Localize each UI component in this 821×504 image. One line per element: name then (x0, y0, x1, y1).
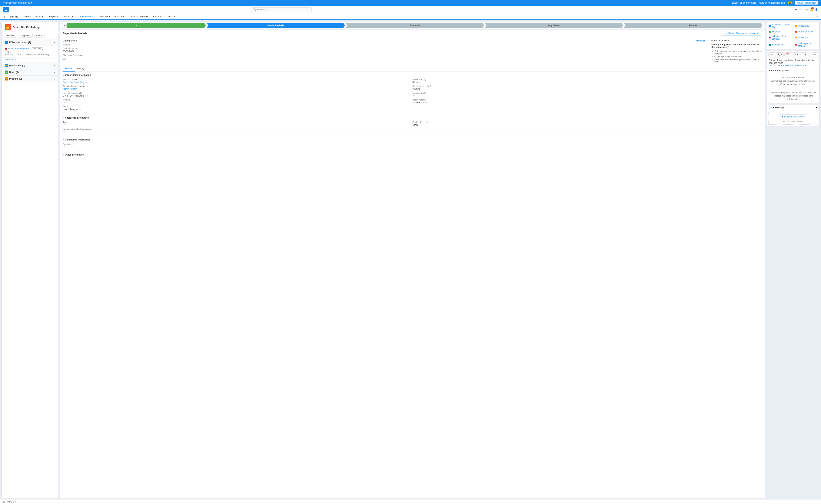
field-proprietaire: Propriétaire de l'opportunité Martin Dup… (63, 84, 413, 91)
stage-step-completed[interactable]: ✓ (67, 23, 206, 28)
field-type: Type ✏ (63, 120, 413, 127)
nav-previsions[interactable]: Prévisions (112, 14, 127, 20)
link-historique-etapes[interactable]: Historique des étapes ... (793, 41, 819, 48)
search-bar[interactable]: 🔍 (251, 7, 312, 12)
link-influence-campagne[interactable]: Influence de la campa... (767, 34, 793, 41)
activity-toolbar: ✉ ▾ 📞 ▾ 📅 ▾ ☑ ▾ ⋯ ▾ ⚙ (767, 51, 819, 58)
link-roles-contact[interactable]: Rôles du contact (1) (767, 22, 793, 29)
email-btn[interactable]: ✉ ▾ (768, 52, 775, 56)
nav-devis[interactable]: Devis ▾ (166, 14, 177, 20)
nav-edit-icon[interactable]: ✏ (816, 15, 818, 18)
link-fichiers[interactable]: Fichiers (0) (767, 41, 793, 48)
stage-step-fermee[interactable]: Fermée (624, 23, 762, 28)
roles-contact-section[interactable]: 👤 Rôles du contact (1) ▾ (2, 39, 58, 46)
nav-pistes[interactable]: Pistes ▾ (33, 14, 45, 20)
stage-step-proposal[interactable]: Proposal (345, 23, 484, 28)
edit-nom-opp-icon[interactable]: ✏ (87, 95, 88, 97)
afficher-link[interactable]: Afficher tout (795, 64, 807, 67)
proprietaire-link[interactable]: Martin Dupont (63, 88, 77, 90)
nav-accueil[interactable]: Accueil (21, 14, 33, 20)
contact-link[interactable]: David Adelson (Sam... (8, 47, 31, 50)
edit-probabilite-icon[interactable]: ✏ (419, 81, 421, 83)
account-header: 👑 Green Dot Publishing- (2, 21, 58, 32)
dot-yellow-icon (795, 37, 797, 38)
dot-blue-icon (769, 25, 771, 27)
link-produits[interactable]: Produits (0) (793, 22, 819, 29)
task-btn[interactable]: ☑ ▾ (793, 52, 800, 56)
edit-source-icon[interactable]: ✏ (64, 130, 65, 133)
link-devis[interactable]: Devis (0) (767, 29, 793, 34)
app-header: ☁ 🔍 ★ ＋ ? ⚙ 🔔10 👤 (0, 6, 821, 14)
help-icon[interactable]: ? (803, 8, 805, 11)
discovery-checkbox[interactable] (63, 57, 65, 60)
nav-tableaux[interactable]: Tableaux de bord ▾ (127, 14, 150, 20)
calendar-btn[interactable]: 📅 ▾ (784, 52, 792, 56)
edit-etape-icon[interactable]: ✏ (80, 108, 81, 110)
agrandir-link[interactable]: Agrandir tout (780, 64, 793, 67)
nav-comptes[interactable]: Comptes ▾ (45, 14, 61, 20)
tab-details[interactable]: Détails (63, 66, 75, 72)
mark-complete-button[interactable]: ✓ Marquer Étape comme terminé(e) (723, 31, 762, 35)
nav-calendrier[interactable]: Calendrier ▾ (96, 14, 112, 20)
cloner-button[interactable]: Cloner (34, 34, 45, 38)
left-panel: 👑 Green Dot Publishing- Modifier Supprim… (2, 21, 58, 498)
app-grid-icon[interactable]: ⋮⋮ (3, 15, 8, 18)
edit-type-icon[interactable]: ✏ (64, 124, 65, 126)
chevron-down-icon: ▾ (57, 16, 58, 18)
link-partenaires[interactable]: Partenaires (0) (793, 29, 819, 34)
produits-section[interactable]: 📦 Produits (0) ▾ (2, 76, 58, 82)
add-icon[interactable]: ＋ (799, 8, 802, 12)
edit-etape-suivante-icon[interactable]: ✏ (413, 94, 415, 97)
other-info-title: Other Information (65, 153, 84, 156)
nom-compte-link[interactable]: Green Dot Publishing (63, 81, 84, 84)
devis-section[interactable]: ✓ Devis (0) ▾ (2, 69, 58, 76)
files-section-header[interactable]: 📄 Fichiers (0) ▾ (767, 105, 819, 110)
more-btn[interactable]: ⋯ ▾ (801, 52, 808, 56)
nav-contacts[interactable]: Contacts ▾ (61, 14, 75, 20)
notifications-icon[interactable]: 🔔10 (810, 8, 813, 11)
modifier-link[interactable]: Modifier (696, 39, 705, 42)
edit-description-icon[interactable]: ✏ (64, 146, 65, 148)
settings-activity-btn[interactable]: ⚙ (813, 52, 818, 56)
stage-steps: ✓ Needs Analysis Proposal Negotiation Fe… (67, 23, 763, 28)
tab-history[interactable]: History (75, 66, 86, 72)
edit-montant-icon[interactable]: ✏ (64, 101, 65, 103)
activity-past: Aucune activité passée. Les réunions et … (767, 89, 819, 103)
top-banner: Vos visites recommandées ▼ Laisser un co… (0, 0, 821, 6)
other-info-section[interactable]: ▾ Other Information (60, 152, 765, 157)
edit-proprietaire-icon[interactable]: ✏ (78, 88, 80, 90)
detail-tabs: Détails History (60, 66, 765, 72)
edit-nom-compte-icon[interactable]: ✏ (86, 81, 87, 83)
settings-icon[interactable]: ⚙ (806, 8, 809, 11)
todo-label[interactable]: To Do List (6, 500, 16, 503)
nav-opportunites[interactable]: Opportunités ▾ (75, 14, 96, 20)
opp-info-section[interactable]: ▾ Opportunity Information (60, 72, 765, 77)
produits-title: 📦 Produits (0) (5, 77, 22, 81)
partenaires-section[interactable]: 🤝 Partenaires (0) ▾ (2, 62, 58, 69)
edit-date-cloture-icon[interactable]: ✏ (425, 102, 427, 104)
modifier-button[interactable]: Modifier (5, 34, 17, 38)
description-grid: Description ✏ (60, 142, 765, 150)
nav-rapports[interactable]: Rapports ▾ (150, 14, 166, 20)
additional-info-section[interactable]: ▾ Additional Information (60, 115, 765, 120)
chevron-down-icon: ▾ (816, 106, 817, 109)
avatar-icon[interactable]: 👤 (815, 8, 818, 11)
recommended-visits[interactable]: Vos visites recommandées ▼ (3, 2, 33, 4)
stage-step-needs-analysis[interactable]: Needs Analysis (206, 23, 345, 28)
link-notes[interactable]: Notes (0) (793, 34, 819, 41)
upload-button[interactable]: ⬆ Charger des fichiers (779, 114, 807, 119)
edit-categorie-icon[interactable]: ✏ (422, 88, 424, 90)
afficher-tout[interactable]: Afficher tout (2, 58, 58, 62)
supprimer-button[interactable]: Supprimer (18, 34, 33, 38)
phone-btn[interactable]: 📞 ▾ (776, 52, 784, 56)
description-section[interactable]: ▾ Description Information (60, 137, 765, 142)
guide-item-2: Confirm your key stakeholders (714, 55, 762, 58)
actualiser-link[interactable]: Actualiser (769, 64, 779, 67)
star-icon[interactable]: ★ (795, 8, 797, 11)
buy-button[interactable]: Acheter maintenant (795, 1, 818, 5)
stage-step-negotiation[interactable]: Negotiation (485, 23, 623, 28)
search-input[interactable] (257, 8, 309, 11)
stage-dropdown-btn[interactable]: ▾ (62, 23, 67, 28)
edit-origine-icon[interactable]: ✏ (420, 124, 421, 126)
chevron-down-icon: ▾ (72, 16, 73, 18)
